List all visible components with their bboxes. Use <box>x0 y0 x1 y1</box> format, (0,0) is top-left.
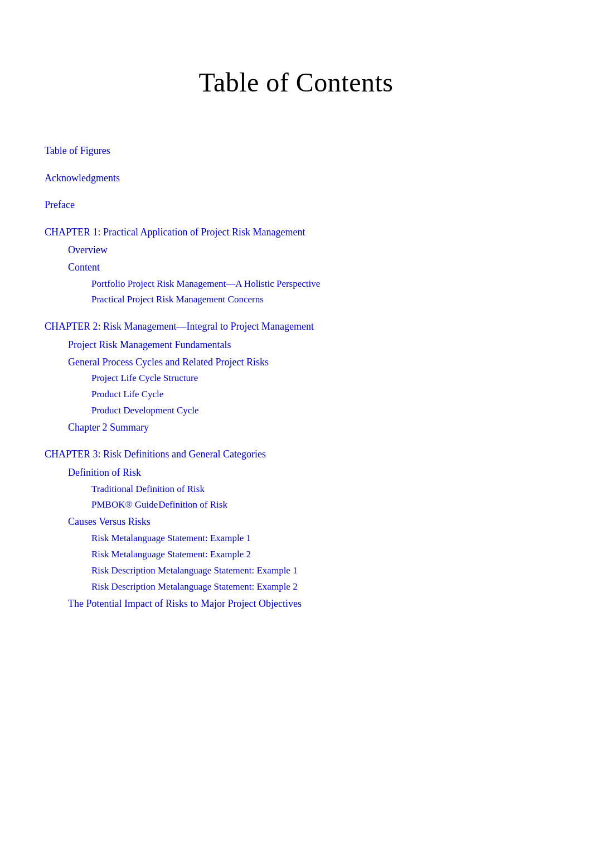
toc-item-ch1-content[interactable]: Content <box>68 259 547 276</box>
toc-item-ch2-product-life[interactable]: Product Life Cycle <box>91 387 547 403</box>
toc-item-ch3-desc2[interactable]: Risk Description Metalanguage Statement:… <box>91 579 547 595</box>
toc-item-ch1-portfolio[interactable]: Portfolio Project Risk Management—A Holi… <box>91 276 547 292</box>
toc-item-ch2-project-life[interactable]: Project Life Cycle Structure <box>91 370 547 387</box>
toc-item-ch1-overview[interactable]: Overview <box>68 242 547 259</box>
toc-item-ch3-desc1[interactable]: Risk Description Metalanguage Statement:… <box>91 563 547 579</box>
toc-item-ch2-fundamentals[interactable]: Project Risk Management Fundamentals <box>68 336 547 354</box>
toc-item-ch2-general[interactable]: General Process Cycles and Related Proje… <box>68 354 547 371</box>
toc-item-ch2[interactable]: CHAPTER 2: Risk Management—Integral to P… <box>45 318 547 335</box>
toc-item-ch1-practical[interactable]: Practical Project Risk Management Concer… <box>91 292 547 308</box>
toc-item-ch3-causes[interactable]: Causes Versus Risks <box>68 513 547 531</box>
toc-item-ch2-product-dev[interactable]: Product Development Cycle <box>91 403 547 419</box>
toc-item-ch2-summary[interactable]: Chapter 2 Summary <box>68 419 547 436</box>
toc-item-ch1[interactable]: CHAPTER 1: Practical Application of Proj… <box>45 224 547 241</box>
toc-item-ch3-traditional[interactable]: Traditional Definition of Risk <box>91 481 547 498</box>
toc-item-acknowledgments[interactable]: Acknowledgments <box>45 170 547 187</box>
toc-item-table-of-figures[interactable]: Table of Figures <box>45 142 547 160</box>
toc-item-preface[interactable]: Preface <box>45 196 547 214</box>
toc-item-ch3-potential[interactable]: The Potential Impact of Risks to Major P… <box>68 595 547 613</box>
toc-container: Table of Figures Acknowledgments Preface… <box>45 142 547 612</box>
page-title: Table of Contents <box>45 67 547 98</box>
toc-item-ch3-meta2[interactable]: Risk Metalanguage Statement: Example 2 <box>91 547 547 563</box>
toc-item-ch3-definition[interactable]: Definition of Risk <box>68 464 547 481</box>
toc-item-ch3[interactable]: CHAPTER 3: Risk Definitions and General … <box>45 446 547 463</box>
toc-item-ch3-pmbok[interactable]: PMBOK® Guide Definition of Risk <box>91 497 547 513</box>
toc-item-ch3-meta1[interactable]: Risk Metalanguage Statement: Example 1 <box>91 531 547 547</box>
